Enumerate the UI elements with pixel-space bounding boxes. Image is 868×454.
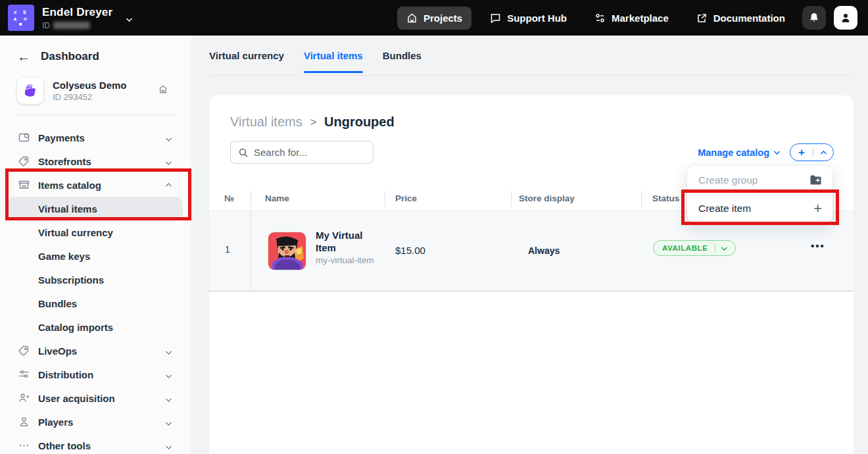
tab-virtual-items[interactable]: Virtual items [304,50,363,73]
sidebar-item-distribution[interactable]: Distribution [0,363,191,386]
marketplace-icon [594,13,606,24]
documentation-icon [696,13,708,24]
support-hub-icon [490,13,501,24]
tab-bundles[interactable]: Bundles [383,50,422,73]
sidebar-item-storefronts[interactable]: Storefronts [0,149,191,173]
sidebar-item-items-catalog[interactable]: Items catalog [0,173,191,197]
account-id-redacted [53,22,90,29]
add-button[interactable]: + [790,145,813,161]
status-label: AVAILABLE [654,244,715,252]
catalog-tabs: Virtual currency Virtual items Bundles [209,50,422,73]
folder-plus-icon [809,174,822,186]
manage-catalog-button[interactable]: Manage catalog [698,147,779,158]
notifications-button[interactable] [802,6,826,30]
sidebar-item-catalog-imports[interactable]: Catalog imports [0,315,191,339]
table-row[interactable]: 1 [209,211,854,291]
chevron-down-icon [715,247,735,250]
menu-item-label: Create item [698,203,751,214]
sidebar-item-subscriptions[interactable]: Subscriptions [0,268,191,291]
menu-item-create-group[interactable]: Create group [687,166,832,194]
sidebar-item-user-acquisition[interactable]: User acquisition [0,386,191,410]
account-switcher[interactable]: x$ ▲o ■ Endel Dreyer ID [8,5,132,31]
projects-icon [406,13,418,24]
tabs-divider [209,75,854,76]
search-box [230,141,374,164]
breadcrumb: Virtual items > Ungrouped [230,114,395,130]
sidebar-item-liveops[interactable]: LiveOps [0,339,191,363]
user-icon [18,416,30,428]
breadcrumb-separator-icon: > [310,116,316,128]
sidebar-item-players[interactable]: Players [0,410,191,434]
item-name: My Virtual Item [316,230,381,255]
status-badge[interactable]: AVAILABLE [653,240,736,256]
sidebar-item-label: Storefronts [38,156,91,167]
nav-projects[interactable]: Projects [397,7,471,30]
profile-button[interactable] [834,6,857,30]
sidebar-item-payments[interactable]: Payments [0,126,191,149]
chevron-down-icon [166,392,171,404]
row-number: 1 [225,244,230,255]
chevron-down-icon[interactable] [127,12,132,24]
virtual-items-card: Virtual items > Ungrouped Manage catalog… [209,95,854,454]
chevron-down-icon [166,132,171,143]
project-id: ID 293452 [53,92,127,102]
item-image [268,232,306,270]
sidebar-item-bundles[interactable]: Bundles [0,291,191,315]
wallet-icon [18,132,30,144]
project-name: Colyseus Demo [53,80,127,91]
bell-icon [808,12,820,24]
item-store-display: Always [528,245,560,256]
nav-label: Projects [423,13,462,24]
main-content: Virtual currency Virtual items Bundles V… [191,36,868,454]
row-actions-button[interactable]: ••• [811,240,825,251]
menu-item-label: Create group [698,174,758,186]
top-bar: x$ ▲o ■ Endel Dreyer ID Projects Support… [0,0,868,36]
project-card[interactable]: Colyseus Demo ID 293452 [17,78,191,104]
plus-icon: + [813,201,822,216]
create-dropdown-menu: Create group Create item + [687,166,832,222]
home-icon[interactable] [158,84,168,97]
chevron-down-icon [166,368,171,380]
dots-icon [18,440,30,452]
add-menu-toggle[interactable] [813,149,833,156]
colyseus-logo-icon [17,78,43,104]
chevron-down-icon [166,440,171,451]
column-divider [641,191,642,207]
breadcrumb-parent[interactable]: Virtual items [230,114,302,130]
search-input[interactable] [254,147,359,158]
tab-virtual-currency[interactable]: Virtual currency [209,50,284,73]
sidebar-item-label: Catalog imports [38,322,113,333]
sidebar-item-virtual-currency[interactable]: Virtual currency [0,220,191,244]
sidebar-item-label: Other tools [38,440,91,451]
menu-item-create-item[interactable]: Create item + [687,194,832,222]
sidebar-item-virtual-items[interactable]: Virtual items [8,197,183,220]
column-divider [251,211,251,291]
nav-support-hub[interactable]: Support Hub [481,7,576,30]
nav-marketplace[interactable]: Marketplace [585,7,678,30]
nav-documentation[interactable]: Documentation [687,7,794,30]
column-header-num: № [224,193,234,203]
item-price: $15.00 [395,245,425,256]
sidebar-item-label: Bundles [38,298,77,309]
sidebar-item-label: Distribution [38,369,93,380]
sidebar-item-game-keys[interactable]: Game keys [0,244,191,268]
account-id-label: ID [42,21,50,30]
sidebar-item-label: LiveOps [38,345,77,357]
sidebar-item-label: Payments [38,132,85,143]
sidebar-item-label: Game keys [38,251,90,262]
column-divider [251,191,251,207]
sidebar-item-other-tools[interactable]: Other tools [0,434,191,454]
chevron-up-icon [166,179,171,191]
column-header-store-display: Store display [519,193,575,203]
sidebar-item-label: User acquisition [38,393,115,404]
tag-icon [18,155,30,168]
sidebar-item-label: Players [38,416,73,428]
back-label: Dashboard [41,50,99,63]
sidebar-item-label: Subscriptions [38,274,104,286]
column-header-price: Price [395,193,417,203]
nav-label: Marketplace [612,13,669,24]
search-icon [238,147,249,158]
back-to-dashboard[interactable]: ← Dashboard [0,36,191,63]
chevron-down-icon [774,148,781,155]
breadcrumb-current: Ungrouped [324,114,395,130]
